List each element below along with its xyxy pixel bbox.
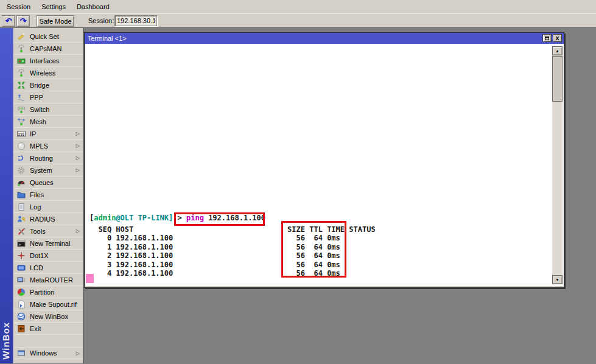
network-card-icon [16,57,26,65]
user-key-icon [16,215,26,223]
sidebar-item-label: New WinBox [30,313,68,320]
sidebar-item-label: Quick Set [30,33,59,40]
windows-icon [16,349,26,357]
submenu-arrow-icon: ▷ [76,167,80,173]
sidebar-item-metarouter[interactable]: MetaROUTER [13,274,83,286]
globe-sphere-icon [16,142,26,150]
redo-arrow-icon: ↷ [20,17,27,25]
redo-button[interactable]: ↷ [16,15,30,27]
sidebar-item-label: Routing [30,155,53,162]
sidebar-item-tools[interactable]: Tools▷ [13,225,83,237]
terminal-scrollbar[interactable]: ▲ ▼ [552,46,563,284]
sidebar-item-label: Dot1X [30,252,49,259]
menu-session[interactable]: Session [1,1,36,12]
lcd-screen-icon [16,264,26,272]
partition-pie-icon [16,288,26,296]
scrollbar-thumb[interactable] [552,56,563,102]
sidebar-item-radius[interactable]: RADIUS [13,213,83,225]
sidebar-item-label: CAPsMAN [30,45,62,52]
scroll-down-button[interactable]: ▼ [552,275,563,284]
sidebar-item-quick-set[interactable]: Quick Set [13,30,83,43]
sidebar-item-label: IP [30,130,36,138]
sidebar-item-label: LCD [30,264,43,271]
sidebar-item-label: Windows [30,349,57,357]
toolbar: ↶ ↷ Safe Mode Session: [0,13,596,28]
close-button[interactable]: x [553,34,562,42]
sidebar-item-label: Files [30,191,44,198]
safe-mode-button[interactable]: Safe Mode [37,15,74,27]
sidebar-item-routing[interactable]: Routing▷ [13,152,83,164]
terminal-output-area[interactable]: [admin@OLT TP-LINK] > ping 192.168.1.100… [85,44,564,286]
ip-255-icon: 255 [16,130,26,138]
sidebar-item-mesh[interactable]: Mesh [13,116,83,128]
terminal-title: Terminal <1> [88,35,127,42]
winbox-app: Session Settings Dashboard ↶ ↷ Safe Mode… [0,0,596,364]
exit-door-icon [16,324,26,333]
metarouter-monitor-icon [16,276,26,284]
sidebar-item-ppp[interactable]: PPP [13,91,83,103]
menubar: Session Settings Dashboard [0,0,596,13]
sidebar-item-label: MPLS [30,142,48,150]
wand-icon [16,32,26,41]
sidebar-item-files[interactable]: Files [13,189,83,201]
session-address-input[interactable] [114,15,157,26]
terminal-cursor [86,274,94,283]
winbox-brand-strip: WinBox [0,28,13,363]
maximize-button[interactable] [542,34,552,42]
sidebar-item-label: Bridge [30,82,49,89]
undo-button[interactable]: ↶ [2,15,15,27]
sidebar-item-new-terminal[interactable]: >_New Terminal [13,237,83,250]
sidebar-item-label: Mesh [30,118,46,125]
sidebar-item-label: Switch [30,106,49,113]
mesh-icon [16,117,26,126]
tools-icon [16,227,26,236]
sidebar-item-switch[interactable]: Switch [13,103,83,116]
sidebar-item-dot1x[interactable]: Dot1X [13,250,83,262]
sidebar-item-label: New Terminal [30,240,70,247]
sidebar-item-mpls[interactable]: MPLS▷ [13,140,83,152]
sidebar-item-log[interactable]: Log [13,201,83,213]
sidebar-item-partition[interactable]: Partition [13,286,83,298]
ppp-connection-icon [16,93,26,102]
menu-settings[interactable]: Settings [36,1,71,12]
sidebar: WinBox Quick SetCAPsMANInterfacesWireles… [0,28,83,363]
sidebar-item-make-supout-rif[interactable]: Make Supout.rif [13,298,83,310]
undo-arrow-icon: ↶ [5,17,12,25]
prompt-user: admin [94,214,116,222]
sidebar-item-interfaces[interactable]: Interfaces [13,55,83,67]
sidebar-item-label: Tools [30,228,46,235]
scroll-up-icon: ▲ [555,49,559,53]
sidebar-item-label: System [30,167,52,174]
sidebar-item-label: Wireless [30,69,55,77]
sidebar-item-new-winbox[interactable]: New WinBox [13,310,83,323]
sidebar-item-capsman[interactable]: CAPsMAN [13,43,83,55]
antenna-icon [16,69,26,77]
svg-text:255: 255 [18,131,25,136]
sidebar-item-ip[interactable]: 255IP▷ [13,128,83,140]
log-notes-icon [16,203,26,211]
sidebar-item-label: Queues [30,179,54,186]
work-area: Terminal <1> x [admin@OLT TP-LINK] > pin… [83,28,596,363]
sidebar-item-windows[interactable]: Windows▷ [13,347,83,359]
sidebar-item-bridge[interactable]: Bridge [13,79,83,91]
supout-file-icon [16,300,26,309]
sidebar-item-label: Log [30,203,41,211]
sidebar-item-system[interactable]: System▷ [13,164,83,177]
menu-dashboard[interactable]: Dashboard [71,1,115,12]
sidebar-item-label: Exit [30,325,41,332]
terminal-titlebar[interactable]: Terminal <1> x [85,33,564,44]
sidebar-item-exit[interactable]: Exit [13,323,83,335]
sidebar-item-label: RADIUS [30,215,55,223]
sidebar-item-lcd[interactable]: LCD [13,262,83,274]
gear-icon [16,166,26,175]
sidebar-item-label: MetaROUTER [30,276,73,284]
terminal-window: Terminal <1> x [admin@OLT TP-LINK] > pin… [84,32,564,288]
session-field-label: Session: [88,17,114,24]
sidebar-item-queues[interactable]: Queues [13,177,83,189]
scroll-up-button[interactable]: ▲ [552,46,563,55]
switch-icon [16,105,26,114]
sidebar-item-wireless[interactable]: Wireless [13,67,83,79]
dot1x-icon [16,251,26,260]
winbox-brand-text: WinBox [1,322,11,360]
folder-icon [16,191,26,199]
